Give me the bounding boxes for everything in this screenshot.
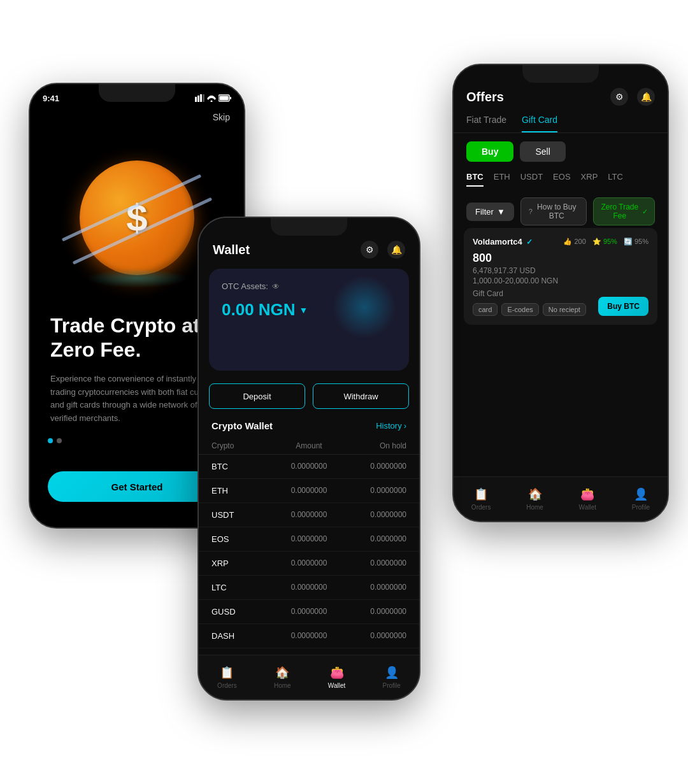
nav-orders-label: Orders [217, 682, 237, 689]
nav3-wallet-label: Wallet [579, 504, 596, 511]
crypto-row-usdt: USDT 0.0000000 0.0000000 [199, 503, 419, 527]
status-time-1: 9:41 [43, 94, 59, 103]
crypto-tab-btc[interactable]: BTC [466, 172, 484, 187]
otc-label: OTC Assets: 👁 [222, 282, 396, 291]
offers-header-icons: ⚙ 🔔 [610, 88, 655, 106]
nav-profile-label: Profile [382, 682, 400, 689]
crypto-table-header: Crypto Amount On hold [199, 438, 419, 455]
bell-icon[interactable]: 🔔 [387, 241, 405, 259]
col-crypto: Crypto [211, 441, 276, 450]
bottom-nav-3: 📋 Orders 🏠 Home 👛 Wallet 👤 Profile [454, 476, 668, 521]
svg-rect-3 [203, 94, 204, 102]
offer-card: Voldamortc4 ✓ 👍 200 ⭐ 95% 🔄 95% 800 6,47… [464, 228, 657, 325]
nav3-profile-icon: 👤 [634, 487, 648, 501]
svg-rect-1 [197, 96, 199, 102]
notch-3 [522, 65, 599, 83]
nav3-wallet[interactable]: 👛 Wallet [579, 487, 596, 511]
col-amount: Amount [276, 441, 341, 450]
crypto-tab-ltc[interactable]: LTC [608, 172, 623, 187]
offer-card-top: Voldamortc4 ✓ 👍 200 ⭐ 95% 🔄 95% [473, 237, 649, 246]
sell-button[interactable]: Sell [520, 141, 565, 162]
nav3-home[interactable]: 🏠 Home [526, 487, 543, 511]
zero-trade-fee-button[interactable]: Zero Trade Fee ✓ [593, 197, 655, 225]
nav3-wallet-icon: 👛 [580, 487, 594, 501]
svg-rect-2 [200, 94, 202, 102]
svg-rect-7 [230, 97, 231, 99]
orders-icon: 📋 [220, 666, 234, 680]
nav-home[interactable]: 🏠 Home [274, 666, 291, 689]
crypto-tab-xrp[interactable]: XRP [581, 172, 598, 187]
phone3-content: Offers ⚙ 🔔 Fiat Trade Gift Card Buy Sell… [454, 65, 668, 521]
nav3-orders[interactable]: 📋 Orders [471, 487, 491, 511]
profile-icon: 👤 [385, 666, 399, 680]
offer-price-usd: 6,478,917.37 USD [473, 266, 649, 275]
filter-button[interactable]: Filter ▼ [466, 203, 514, 221]
nav-wallet-label: Wallet [328, 682, 345, 689]
crypto-filter-tabs: BTC ETH USDT EOS XRP LTC [454, 172, 668, 187]
tag-no-receipt: No reciept [543, 303, 586, 316]
nav-profile[interactable]: 👤 Profile [382, 666, 400, 689]
notch-2 [271, 218, 347, 236]
nav3-home-label: Home [526, 504, 543, 511]
crypto-row-dash: DASH 0.0000000 0.0000000 [199, 624, 419, 648]
nav3-orders-label: Orders [471, 504, 491, 511]
phone-offers: Offers ⚙ 🔔 Fiat Trade Gift Card Buy Sell… [452, 64, 669, 522]
nav3-profile-label: Profile [632, 504, 650, 511]
offers-tabs: Fiat Trade Gift Card [454, 115, 668, 133]
wallet-icon: 👛 [330, 666, 344, 680]
buy-button[interactable]: Buy [466, 141, 513, 162]
nav-orders[interactable]: 📋 Orders [217, 666, 237, 689]
svg-rect-0 [195, 97, 197, 102]
nav3-home-icon: 🏠 [528, 487, 542, 501]
filter-row: Filter ▼ ? How to Buy BTC Zero Trade Fee… [466, 197, 655, 225]
wallet-header: Wallet ⚙ 🔔 [199, 241, 419, 259]
eye-icon[interactable]: 👁 [272, 282, 280, 291]
scene: 9:41 Skip $ [0, 0, 688, 784]
crypto-row-eos: EOS 0.0000000 0.0000000 [199, 527, 419, 552]
wallet-page-title: Wallet [213, 243, 250, 257]
col-hold: On hold [341, 441, 406, 450]
offers-settings-icon[interactable]: ⚙ [610, 88, 628, 106]
crypto-row-gusd: GUSD 0.0000000 0.0000000 [199, 600, 419, 624]
nav-wallet[interactable]: 👛 Wallet [328, 666, 345, 689]
wallet-action-buttons: Deposit Withdraw [209, 383, 409, 409]
dot-2 [57, 438, 62, 443]
verified-icon: ✓ [526, 238, 533, 246]
gift-card-tab[interactable]: Gift Card [522, 115, 557, 132]
crypto-section: Crypto Wallet History › Crypto Amount On… [199, 420, 419, 655]
nav3-profile[interactable]: 👤 Profile [632, 487, 650, 511]
settings-icon[interactable]: ⚙ [361, 241, 378, 259]
fiat-trade-tab[interactable]: Fiat Trade [466, 115, 506, 132]
balance-dropdown-icon[interactable]: ▼ [299, 305, 308, 315]
crypto-row-btc: BTC 0.0000000 0.0000000 [199, 455, 419, 479]
offer-stats: 👍 200 ⭐ 95% 🔄 95% [563, 238, 649, 246]
withdraw-button[interactable]: Withdraw [313, 383, 409, 409]
crypto-tab-eth[interactable]: ETH [494, 172, 510, 187]
crypto-section-header: Crypto Wallet History › [199, 420, 419, 431]
home-icon: 🏠 [275, 666, 289, 680]
crypto-row-ltc: LTC 0.0000000 0.0000000 [199, 576, 419, 600]
notch [99, 84, 175, 102]
wallet-card: OTC Assets: 👁 0.00 NGN ▼ [209, 269, 409, 371]
offers-bell-icon[interactable]: 🔔 [637, 88, 655, 106]
svg-rect-6 [220, 96, 229, 101]
crypto-tab-eos[interactable]: EOS [553, 172, 570, 187]
filter-chevron-icon: ▼ [497, 207, 505, 217]
bottom-nav-2: 📋 Orders 🏠 Home 👛 Wallet 👤 Profile [199, 655, 419, 699]
tag-card: card [473, 303, 498, 316]
header-icons: ⚙ 🔔 [361, 241, 405, 259]
nav3-orders-icon: 📋 [474, 487, 488, 501]
offers-page-title: Offers [466, 90, 504, 104]
crypto-tab-usdt[interactable]: USDT [520, 172, 543, 187]
skip-button[interactable]: Skip [213, 112, 230, 122]
how-to-buy-button[interactable]: ? How to Buy BTC [520, 197, 587, 225]
crypto-row-xrp: XRP 0.0000000 0.0000000 [199, 552, 419, 576]
history-link[interactable]: History › [376, 421, 406, 431]
balance-display: 0.00 NGN ▼ [222, 300, 396, 320]
phone-wallet: Wallet ⚙ 🔔 OTC Assets: 👁 0.00 NGN ▼ [197, 217, 420, 701]
crypto-row-eth: ETH 0.0000000 0.0000000 [199, 479, 419, 503]
buy-btc-button[interactable]: Buy BTC [598, 297, 649, 316]
deposit-button[interactable]: Deposit [209, 383, 305, 409]
dot-1 [48, 438, 53, 443]
coin-shadow [86, 269, 188, 288]
